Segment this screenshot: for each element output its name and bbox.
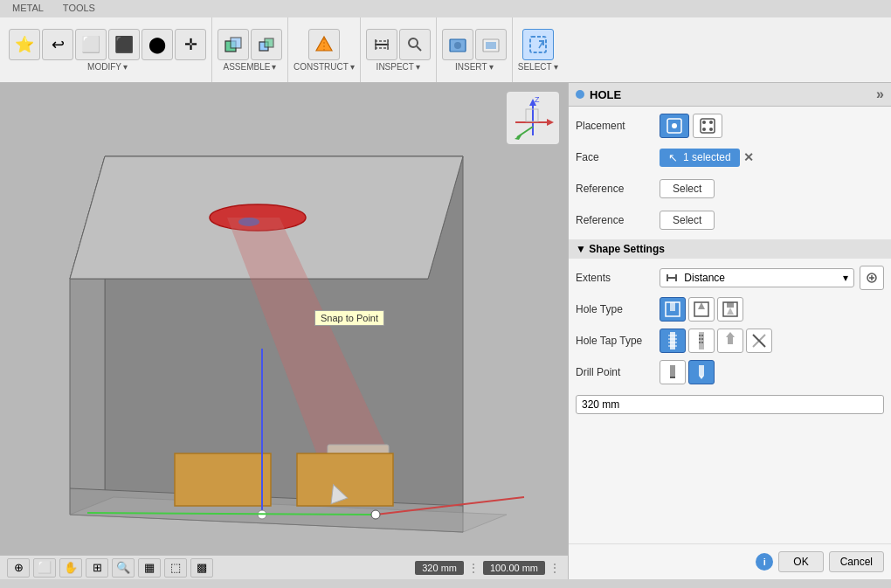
right-panel: HOLE » Placement xyxy=(568,83,891,579)
svg-rect-1 xyxy=(231,38,241,48)
assemble-btn2[interactable] xyxy=(251,29,282,60)
tab-tools[interactable]: TOOLS xyxy=(54,1,104,17)
toolbar-group-inspect: INSPECT▾ xyxy=(361,17,437,82)
select-label[interactable]: SELECT▾ xyxy=(518,62,558,72)
home-btn[interactable]: ⭐ xyxy=(9,29,40,60)
toolbar-group-select: SELECT▾ xyxy=(513,17,563,82)
insert-btn1[interactable] xyxy=(442,29,473,60)
shape-settings-divider[interactable]: ▼ Shape Settings xyxy=(569,239,891,259)
dim-label-2: 100.00 mm xyxy=(483,561,545,575)
placement-label: Placement xyxy=(576,120,654,132)
reference2-select-btn[interactable]: Select xyxy=(660,211,715,230)
dimension-input[interactable]: 320 mm xyxy=(576,395,884,414)
bottom-btn-grid2[interactable]: ▦ xyxy=(138,558,161,578)
box-btn[interactable]: ⬜ xyxy=(75,29,107,60)
hole-type-btn3[interactable] xyxy=(717,297,743,322)
face-btn[interactable]: ⬛ xyxy=(108,29,140,60)
bottom-btn-pattern[interactable]: ▩ xyxy=(190,558,213,578)
3d-scene xyxy=(0,83,568,579)
ok-button[interactable]: OK xyxy=(778,551,823,572)
insert-label[interactable]: INSERT▾ xyxy=(455,62,494,72)
hole-type-btn2[interactable] xyxy=(688,297,715,322)
info-btn[interactable]: i xyxy=(756,553,773,571)
bottom-dim-bar: ⊕ ⬜ ✋ ⊞ 🔍 ▦ ⬚ ▩ 320 mm ⋮ 100.00 mm ⋮ xyxy=(0,555,568,579)
bottom-btn-crosshair[interactable]: ⊕ xyxy=(7,558,30,578)
extents-arrow: ▾ xyxy=(843,272,848,284)
axis-widget: Z xyxy=(507,92,559,144)
inspect-btn2[interactable] xyxy=(399,29,431,60)
hole-tap-btn2[interactable] xyxy=(688,329,715,353)
cancel-button[interactable]: Cancel xyxy=(829,551,884,572)
tab-metal[interactable]: METAL xyxy=(3,1,52,17)
svg-point-54 xyxy=(709,128,713,131)
svg-marker-77 xyxy=(726,332,735,344)
reference2-label: Reference xyxy=(576,214,654,226)
bottom-btn-zoom[interactable]: 🔍 xyxy=(112,558,135,578)
svg-point-53 xyxy=(702,128,706,131)
modify-arrow: ▾ xyxy=(123,62,128,72)
svg-point-52 xyxy=(709,121,713,124)
reference1-label: Reference xyxy=(576,183,654,195)
panel-header: HOLE » xyxy=(569,83,891,107)
hole-tap-btn4[interactable] xyxy=(746,329,772,353)
inspect-label[interactable]: INSPECT▾ xyxy=(376,62,420,72)
modify-label[interactable]: MODIFY ▾ xyxy=(87,62,128,72)
face-row: Face ↖ 1 selected ✕ xyxy=(576,145,884,169)
toolbar-group-modify: ⭐ ↩ ⬜ ⬛ ⬤ ✛ MODIFY ▾ xyxy=(3,17,212,82)
assemble-btn1[interactable] xyxy=(218,29,249,60)
face-clear-btn[interactable]: ✕ xyxy=(743,150,754,164)
hole-tap-type-row: Hole Tap Type xyxy=(576,329,884,353)
drill-point-btn1[interactable] xyxy=(660,360,686,384)
toolbar-group-insert: INSERT▾ xyxy=(437,17,513,82)
hole-type-label: Hole Type xyxy=(576,303,654,315)
select-icons xyxy=(522,29,554,60)
face-label: Face xyxy=(576,151,654,163)
hole-tap-btn1[interactable] xyxy=(660,329,686,353)
svg-text:Z: Z xyxy=(535,95,540,104)
construct-label[interactable]: CONSTRUCT▾ xyxy=(294,62,355,72)
placement-row: Placement xyxy=(576,114,884,138)
hole-tap-btn3[interactable] xyxy=(717,329,743,353)
face-value: ↖ 1 selected ✕ xyxy=(660,149,884,167)
insert-btn2[interactable] xyxy=(475,29,507,60)
dimension-input-row: 320 mm xyxy=(576,395,884,414)
bottom-btn-box[interactable]: ⬜ xyxy=(33,558,56,578)
hole-type-btn1[interactable] xyxy=(660,297,686,322)
svg-rect-68 xyxy=(670,332,675,349)
panel-footer: i OK Cancel xyxy=(569,543,891,579)
placement-btn-single[interactable] xyxy=(660,114,689,138)
assemble-label[interactable]: ASSEMBLE ▾ xyxy=(224,62,277,72)
viewport[interactable]: Snap to Point Z ⊕ ⬜ ✋ xyxy=(0,83,568,579)
undo-btn[interactable]: ↩ xyxy=(42,29,73,60)
inspect-btn1[interactable] xyxy=(366,29,397,60)
extents-icon-btn[interactable] xyxy=(860,266,884,290)
shape-btn[interactable]: ⬤ xyxy=(142,29,173,60)
panel-title: HOLE xyxy=(590,88,621,101)
reference1-select-btn[interactable]: Select xyxy=(660,179,715,198)
panel-expand-btn[interactable]: » xyxy=(876,86,884,102)
extents-label: Extents xyxy=(576,272,654,284)
svg-rect-16 xyxy=(486,42,496,49)
bottom-btn-grid3[interactable]: ⬚ xyxy=(164,558,187,578)
placement-btn-multi[interactable] xyxy=(693,114,722,138)
hole-tap-icons xyxy=(660,329,772,353)
toolbar-group-construct: CONSTRUCT▾ xyxy=(288,17,361,82)
drill-point-btn2[interactable] xyxy=(688,360,715,384)
reference1-row: Reference Select xyxy=(576,176,884,201)
construct-icons xyxy=(308,29,340,60)
bottom-btn-hand[interactable]: ✋ xyxy=(59,558,82,578)
bottom-btn-grid[interactable]: ⊞ xyxy=(86,558,108,578)
svg-point-14 xyxy=(454,42,461,49)
top-tabs: METAL TOOLS xyxy=(0,0,891,17)
drill-point-label: Drill Point xyxy=(576,366,654,378)
svg-rect-82 xyxy=(699,365,704,376)
svg-marker-67 xyxy=(727,308,734,315)
select-btn[interactable] xyxy=(522,29,554,60)
placement-value xyxy=(660,114,884,138)
extents-select[interactable]: Distance ▾ xyxy=(660,268,854,288)
extents-row: Extents Distance ▾ xyxy=(576,266,884,290)
panel-header-left: HOLE xyxy=(576,88,621,101)
move-btn[interactable]: ✛ xyxy=(175,29,206,60)
construct-btn[interactable] xyxy=(308,29,340,60)
svg-marker-83 xyxy=(699,376,704,379)
